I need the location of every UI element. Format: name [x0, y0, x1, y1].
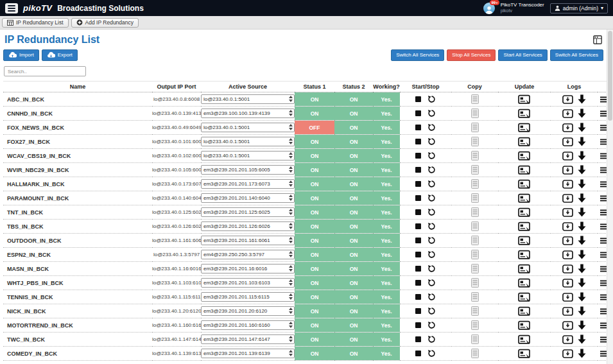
restart-icon[interactable] [427, 321, 436, 329]
stop-icon[interactable] [415, 96, 421, 102]
log-file-icon[interactable] [562, 250, 573, 259]
log-file-icon[interactable] [562, 307, 573, 316]
download-icon[interactable] [578, 137, 586, 146]
stop-icon[interactable] [415, 322, 421, 328]
copy-icon[interactable] [471, 278, 479, 288]
download-icon[interactable] [578, 151, 586, 160]
search-input[interactable] [4, 66, 86, 76]
log-file-icon[interactable] [562, 335, 573, 344]
copy-icon[interactable] [471, 250, 479, 259]
stop-icon[interactable] [415, 294, 421, 300]
log-file-icon[interactable] [562, 95, 573, 104]
copy-icon[interactable] [471, 264, 479, 273]
restart-icon[interactable] [427, 123, 436, 132]
log-file-icon[interactable] [562, 137, 573, 146]
log-file-icon[interactable] [562, 194, 573, 203]
download-icon[interactable] [578, 94, 586, 104]
log-file-icon[interactable] [562, 180, 573, 189]
log-file-icon[interactable] [562, 321, 573, 330]
active-source-select[interactable]: lo@233.40.0.1:5001 [201, 123, 295, 132]
active-source-select[interactable]: em3@239.201.201.125:6025 [201, 207, 295, 217]
menu-icon[interactable] [5, 3, 18, 13]
copy-icon[interactable] [471, 207, 479, 217]
active-source-select[interactable]: em4@239.250.250.3:5797 [201, 250, 295, 259]
update-icon[interactable] [518, 151, 531, 161]
copy-icon[interactable] [471, 123, 479, 132]
download-icon[interactable] [578, 292, 586, 302]
copy-icon[interactable] [471, 165, 479, 175]
log-file-icon[interactable] [562, 279, 573, 288]
active-source-select[interactable]: em3@239.100.100.139:4139 [201, 108, 295, 118]
active-source-select[interactable]: em3@239.201.201.20:6120 [201, 306, 295, 316]
log-file-icon[interactable] [562, 349, 573, 358]
stop-icon[interactable] [415, 266, 421, 272]
stop-icon[interactable] [415, 308, 421, 314]
copy-icon[interactable] [471, 193, 479, 203]
stop-icon[interactable] [415, 223, 421, 229]
active-source-select[interactable]: em3@239.201.201.126:6026 [201, 221, 295, 231]
restart-icon[interactable] [427, 279, 436, 287]
import-button[interactable]: Import [3, 49, 39, 61]
download-icon[interactable] [578, 165, 586, 175]
update-icon[interactable] [518, 334, 531, 345]
export-button[interactable]: Export [42, 49, 78, 61]
restart-icon[interactable] [427, 194, 436, 202]
log-file-icon[interactable] [562, 123, 573, 132]
restart-icon[interactable] [427, 152, 436, 160]
download-icon[interactable] [578, 207, 586, 217]
update-icon[interactable] [518, 207, 531, 218]
active-source-select[interactable]: lo@233.40.0.1:5001 [201, 94, 295, 104]
download-icon[interactable] [578, 278, 586, 288]
stop-icon[interactable] [415, 139, 421, 144]
download-icon[interactable] [578, 236, 586, 245]
log-file-icon[interactable] [562, 208, 573, 217]
stop-icon[interactable] [415, 181, 421, 187]
copy-icon[interactable] [471, 94, 479, 104]
copy-icon[interactable] [471, 179, 479, 189]
restart-icon[interactable] [427, 109, 436, 117]
stop-icon[interactable] [415, 252, 421, 257]
active-source-select[interactable]: em3@239.201.201.160:6160 [201, 320, 295, 330]
restart-icon[interactable] [427, 208, 436, 216]
update-icon[interactable] [518, 320, 531, 331]
download-icon[interactable] [578, 221, 586, 231]
start-all-services-button[interactable]: Start All Services [498, 49, 547, 61]
tab-add-ip-redundancy[interactable]: Add IP Redundancy [71, 18, 139, 28]
active-source-select[interactable]: lo@233.40.0.1:5001 [201, 137, 295, 146]
copy-icon[interactable] [471, 221, 479, 231]
copy-icon[interactable] [471, 137, 479, 146]
active-source-select[interactable]: em3@239.201.201.105:6005 [201, 165, 295, 175]
restart-icon[interactable] [427, 335, 436, 343]
stop-all-services-button[interactable]: Stop All Services [447, 49, 496, 61]
restart-icon[interactable] [427, 307, 436, 315]
log-file-icon[interactable] [562, 222, 573, 231]
copy-icon[interactable] [471, 108, 479, 118]
log-file-icon[interactable] [562, 109, 573, 118]
log-file-icon[interactable] [562, 236, 573, 245]
update-icon[interactable] [518, 306, 531, 316]
update-icon[interactable] [518, 349, 531, 359]
avatar[interactable]: 99+ [483, 3, 495, 14]
update-icon[interactable] [518, 193, 531, 204]
download-icon[interactable] [578, 334, 586, 344]
active-source-select[interactable]: em3@239.201.201.139:6139 [201, 349, 295, 358]
user-menu[interactable]: admin (Admin) ▾ [550, 3, 608, 13]
tab-ip-redundancy-list[interactable]: IP Redundancy List [2, 18, 69, 28]
log-file-icon[interactable] [562, 293, 573, 302]
update-icon[interactable] [518, 179, 531, 189]
scrollbar-thumb[interactable] [608, 31, 612, 121]
restart-icon[interactable] [427, 166, 436, 174]
table-settings-icon[interactable] [593, 35, 602, 44]
download-icon[interactable] [578, 193, 586, 203]
stop-icon[interactable] [415, 125, 421, 130]
log-file-icon[interactable] [562, 152, 573, 160]
restart-icon[interactable] [427, 95, 436, 103]
active-source-select[interactable]: em3@239.201.201.173:6073 [201, 179, 295, 189]
update-icon[interactable] [518, 94, 531, 105]
stop-icon[interactable] [415, 336, 421, 342]
stop-icon[interactable] [415, 209, 421, 215]
update-icon[interactable] [518, 137, 531, 147]
stop-icon[interactable] [415, 351, 421, 356]
update-icon[interactable] [518, 292, 531, 302]
download-icon[interactable] [578, 349, 586, 358]
